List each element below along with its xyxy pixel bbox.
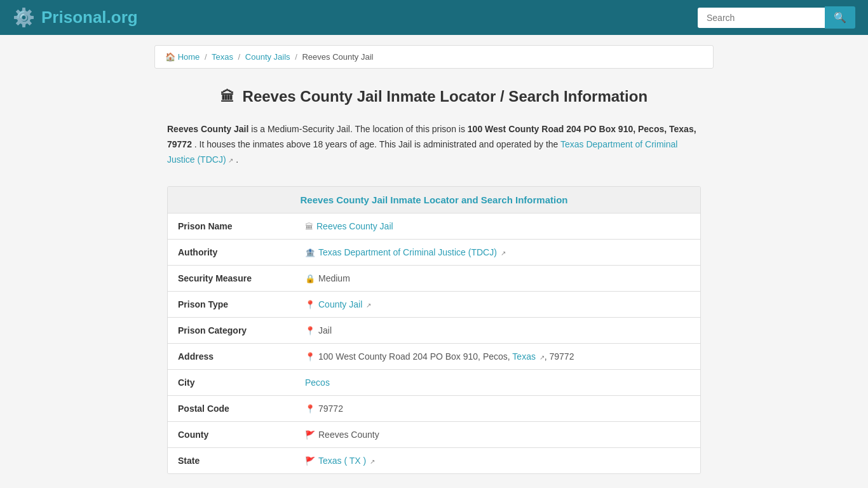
table-cell-value: 📍79772 bbox=[295, 396, 700, 422]
logo-main: Prisonal bbox=[41, 8, 107, 27]
breadcrumb: 🏠 Home / Texas / County Jails / Reeves C… bbox=[154, 45, 714, 69]
row-icon: 📍 bbox=[305, 404, 315, 414]
breadcrumb-sep2: / bbox=[238, 52, 241, 62]
description: Reeves County Jail is a Medium-Security … bbox=[154, 112, 714, 180]
table-cell-label: Prison Name bbox=[168, 214, 295, 240]
ext-icon: ↗ bbox=[368, 458, 375, 465]
row-link[interactable]: Texas ( TX ) bbox=[318, 456, 366, 466]
table-cell-label: Prison Type bbox=[168, 292, 295, 318]
table-cell-label: Prison Category bbox=[168, 318, 295, 344]
table-cell-value: 📍Jail bbox=[295, 318, 700, 344]
ext-icon: ↗ bbox=[538, 354, 545, 361]
header: ⚙️ Prisonal.org 🔍 bbox=[0, 0, 868, 35]
breadcrumb-county-jails[interactable]: County Jails bbox=[245, 52, 290, 62]
table-row: Prison Type📍County Jail ↗ bbox=[168, 292, 700, 318]
search-area: 🔍 bbox=[698, 6, 855, 29]
table-row: State🚩Texas ( TX ) ↗ bbox=[168, 448, 700, 474]
row-icon: 📍 bbox=[305, 326, 315, 336]
desc-jail-name: Reeves County Jail bbox=[167, 124, 248, 134]
page-title-section: 🏛 Reeves County Jail Inmate Locator / Se… bbox=[154, 75, 714, 112]
table-row: Address📍100 West County Road 204 PO Box … bbox=[168, 344, 700, 370]
row-value: Medium bbox=[318, 273, 350, 283]
logo-icon: ⚙️ bbox=[13, 7, 35, 28]
table-cell-value: 🔒Medium bbox=[295, 266, 700, 292]
logo-ext: .org bbox=[107, 8, 138, 27]
row-icon: 🏦 bbox=[305, 248, 315, 257]
desc-part2: . It houses the inmates above 18 years o… bbox=[194, 139, 560, 149]
desc-part1: is a Medium-Security Jail. The location … bbox=[251, 124, 468, 134]
table-row: County🚩Reeves County bbox=[168, 422, 700, 448]
table-row: CityPecos bbox=[168, 370, 700, 396]
table-cell-label: Postal Code bbox=[168, 396, 295, 422]
table-row: Prison Name🏛Reeves County Jail bbox=[168, 214, 700, 240]
table-row: Authority🏦Texas Department of Criminal J… bbox=[168, 240, 700, 266]
title-icon: 🏛 bbox=[220, 89, 234, 105]
row-link[interactable]: Texas Department of Criminal Justice (TD… bbox=[318, 247, 497, 257]
logo-link[interactable]: Prisonal.org bbox=[41, 8, 138, 27]
table-cell-value: 📍County Jail ↗ bbox=[295, 292, 700, 318]
desc-end: . bbox=[236, 154, 238, 165]
table-cell-label: State bbox=[168, 448, 295, 474]
table-cell-value: 🚩Texas ( TX ) ↗ bbox=[295, 448, 700, 474]
row-link[interactable]: Reeves County Jail bbox=[316, 221, 393, 231]
breadcrumb-home[interactable]: Home bbox=[178, 52, 200, 62]
search-input[interactable] bbox=[698, 8, 825, 28]
address-icon: 📍 bbox=[305, 352, 315, 362]
info-section: Reeves County Jail Inmate Locator and Se… bbox=[167, 186, 701, 474]
table-row: Prison Category📍Jail bbox=[168, 318, 700, 344]
breadcrumb-texas[interactable]: Texas bbox=[212, 52, 233, 62]
state-link[interactable]: Texas bbox=[512, 351, 536, 362]
desc-ext-icon: ↗ bbox=[228, 157, 233, 164]
row-value: Reeves County bbox=[318, 430, 379, 440]
table-cell-value: 🚩Reeves County bbox=[295, 422, 700, 448]
ext-icon: ↗ bbox=[499, 250, 506, 257]
table-cell-value: 🏛Reeves County Jail bbox=[295, 214, 700, 240]
info-table: Prison Name🏛Reeves County JailAuthority🏦… bbox=[168, 214, 700, 473]
table-cell-value: 📍100 West County Road 204 PO Box 910, Pe… bbox=[295, 344, 700, 370]
row-link[interactable]: Pecos bbox=[305, 377, 330, 388]
page-title: 🏛 Reeves County Jail Inmate Locator / Se… bbox=[167, 88, 701, 105]
table-row: Security Measure🔒Medium bbox=[168, 266, 700, 292]
row-icon: 🔒 bbox=[305, 274, 315, 283]
home-icon: 🏠 bbox=[165, 52, 175, 62]
breadcrumb-current: Reeves County Jail bbox=[302, 52, 373, 62]
row-icon: 🚩 bbox=[305, 430, 315, 440]
ext-icon: ↗ bbox=[364, 302, 371, 309]
search-icon: 🔍 bbox=[834, 12, 846, 23]
row-value: Jail bbox=[318, 325, 332, 336]
table-cell-label: Authority bbox=[168, 240, 295, 266]
table-cell-label: Address bbox=[168, 344, 295, 370]
info-section-header: Reeves County Jail Inmate Locator and Se… bbox=[168, 187, 700, 214]
table-cell-value: 🏦Texas Department of Criminal Justice (T… bbox=[295, 240, 700, 266]
table-cell-label: County bbox=[168, 422, 295, 448]
main-wrapper: 🏠 Home / Texas / County Jails / Reeves C… bbox=[142, 35, 726, 488]
row-icon: 🏛 bbox=[305, 222, 313, 231]
row-value: 79772 bbox=[318, 403, 343, 414]
logo-area: ⚙️ Prisonal.org bbox=[13, 7, 138, 28]
table-row: Postal Code📍79772 bbox=[168, 396, 700, 422]
table-cell-value: Pecos bbox=[295, 370, 700, 396]
row-icon: 🚩 bbox=[305, 456, 315, 466]
table-cell-label: Security Measure bbox=[168, 266, 295, 292]
breadcrumb-sep1: / bbox=[205, 52, 207, 62]
row-link[interactable]: County Jail bbox=[318, 299, 362, 309]
table-cell-label: City bbox=[168, 370, 295, 396]
breadcrumb-sep3: / bbox=[295, 52, 297, 62]
search-button[interactable]: 🔍 bbox=[825, 6, 855, 29]
row-icon: 📍 bbox=[305, 300, 315, 309]
